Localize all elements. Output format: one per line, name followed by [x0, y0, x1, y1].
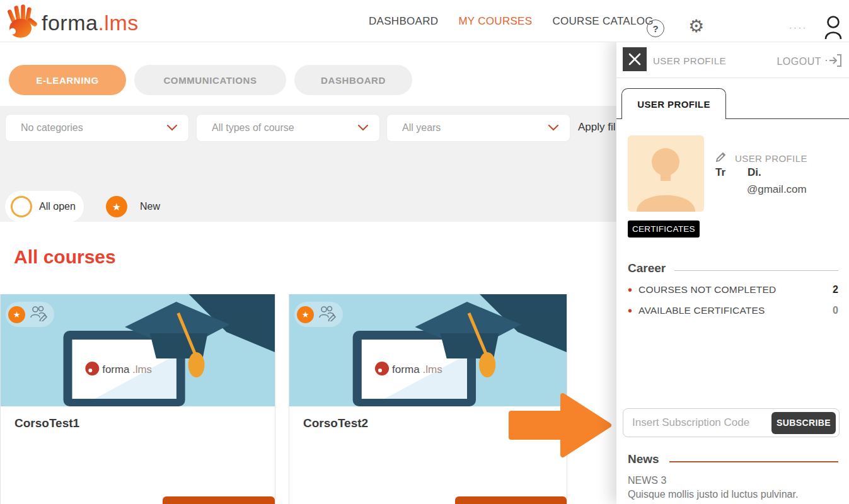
filter-all-open[interactable]: All open: [5, 191, 84, 222]
user-email: @gmail.com: [747, 183, 807, 196]
news-title: News: [628, 452, 659, 466]
close-icon[interactable]: [623, 47, 647, 71]
year-dropdown[interactable]: All years: [386, 114, 570, 142]
course-action-button[interactable]: [455, 496, 567, 504]
divider: [669, 461, 838, 462]
star-icon: ★: [8, 306, 25, 323]
course-card-corsotest1[interactable]: forma .lms ★ CorsoTest1: [0, 294, 275, 504]
user-last-name: Di.: [748, 166, 761, 179]
svg-text:forma: forma: [102, 364, 130, 375]
top-header: forma.lms DASHBOARD MY COURSES COURSE CA…: [0, 0, 849, 42]
pencil-icon: [715, 151, 727, 166]
username-redacted: ····: [789, 23, 807, 32]
section-tabs: E-LEARNING COMMUNICATIONS DASHBOARD: [9, 65, 412, 95]
course-badges: ★: [6, 302, 54, 327]
career-title: Career: [628, 261, 666, 275]
nav-course-catalog[interactable]: COURSE CATALOG: [552, 15, 653, 28]
news-section-heading: News: [628, 452, 838, 466]
svg-text:.lms: .lms: [132, 364, 152, 375]
formalms-logo[interactable]: forma.lms: [6, 4, 139, 42]
filter-new-label: New: [140, 201, 160, 212]
career-item-courses-not-completed: • COURSES NOT COMPLETED 2: [628, 284, 838, 296]
course-type-dropdown[interactable]: All types of course: [196, 114, 380, 142]
star-icon: ★: [297, 306, 314, 323]
apply-filters-button[interactable]: Apply fil: [578, 121, 616, 134]
svg-text:.lms: .lms: [422, 364, 442, 375]
divider: [616, 77, 849, 78]
user-avatar-icon[interactable]: [823, 15, 843, 43]
formalms-app: forma.lms DASHBOARD MY COURSES COURSE CA…: [0, 0, 849, 504]
tab-elearning[interactable]: E-LEARNING: [9, 65, 126, 95]
user-profile-panel: USER PROFILE LOGOUT USER PROFILE: [616, 39, 849, 504]
subscription-code-input[interactable]: [623, 416, 771, 429]
career-section-heading: Career: [628, 261, 838, 275]
user-name: Tr Di.: [715, 166, 761, 179]
certificates-badge[interactable]: CERTIFICATES: [628, 220, 700, 238]
year-dropdown-value: All years: [387, 122, 548, 134]
filter-new[interactable]: ★ New: [106, 196, 160, 217]
filter-all-open-label: All open: [39, 201, 76, 212]
chevron-down-icon: [548, 122, 558, 134]
chevron-down-icon: [358, 122, 368, 134]
course-type-dropdown-value: All types of course: [197, 122, 358, 134]
formalms-hand-icon: [6, 4, 38, 42]
page-title: All courses: [14, 246, 116, 268]
bullet-icon: •: [628, 284, 632, 296]
tab-user-profile[interactable]: USER PROFILE: [621, 88, 726, 119]
category-dropdown-value: No categories: [6, 122, 167, 134]
star-icon: ★: [106, 196, 127, 217]
course-action-button[interactable]: [163, 496, 275, 504]
news-item-body: Quisque mollis justo id luctus pulvinar.: [628, 489, 798, 500]
subscribe-button[interactable]: SUBSCRIBE: [771, 412, 836, 434]
logout-label: LOGOUT: [777, 56, 821, 67]
panel-title: USER PROFILE: [653, 55, 726, 66]
chevron-down-icon: [167, 122, 177, 134]
top-navigation: DASHBOARD MY COURSES COURSE CATALOG: [369, 0, 654, 42]
career-item-label: AVAILABLE CERTIFICATES: [638, 305, 826, 316]
edit-profile-label: USER PROFILE: [735, 153, 807, 164]
news-item-title[interactable]: NEWS 3: [628, 475, 666, 486]
users-edit-icon: [318, 305, 337, 324]
annotation-arrow-icon: [508, 389, 614, 464]
subscription-code-box: SUBSCRIBE: [623, 408, 840, 437]
bullet-icon: •: [628, 304, 632, 317]
nav-dashboard[interactable]: DASHBOARD: [369, 15, 438, 28]
edit-profile-button[interactable]: USER PROFILE: [715, 151, 807, 166]
help-icon[interactable]: ?: [647, 20, 664, 37]
logout-icon: [825, 54, 841, 69]
divider: [674, 270, 838, 271]
users-edit-icon: [29, 305, 48, 324]
course-image: forma .lms ★: [1, 294, 275, 406]
course-badges: ★: [294, 302, 343, 327]
career-item-label: COURSES NOT COMPLETED: [638, 284, 826, 295]
user-first-name: Tr: [715, 166, 725, 179]
career-item-value: 0: [833, 305, 838, 316]
profile-avatar: [628, 135, 704, 212]
course-title: CorsoTest1: [1, 406, 275, 430]
gear-icon[interactable]: ⚙: [688, 18, 704, 35]
category-dropdown[interactable]: No categories: [5, 114, 189, 142]
logo-wordmark: forma.lms: [42, 11, 139, 35]
logout-button[interactable]: LOGOUT: [777, 54, 841, 69]
svg-text:forma: forma: [392, 364, 420, 375]
status-filters: All open ★ New: [5, 191, 160, 222]
nav-my-courses[interactable]: MY COURSES: [458, 15, 532, 28]
career-item-available-certificates: • AVAILABLE CERTIFICATES 0: [628, 304, 838, 317]
circle-icon: [11, 196, 32, 217]
tab-dashboard[interactable]: DASHBOARD: [294, 65, 412, 95]
career-item-value: 2: [833, 284, 838, 295]
tab-communications[interactable]: COMMUNICATIONS: [134, 65, 286, 95]
